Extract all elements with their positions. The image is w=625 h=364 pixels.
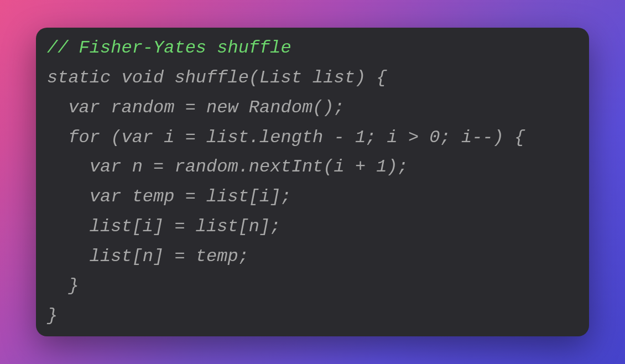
code-line: static void shuffle(List list) { xyxy=(47,63,578,93)
code-line: list[n] = temp; xyxy=(47,242,578,272)
code-line: } xyxy=(47,271,578,301)
code-line: var n = random.nextInt(i + 1); xyxy=(47,152,578,182)
code-line: for (var i = list.length - 1; i > 0; i--… xyxy=(47,123,578,153)
code-block: // Fisher-Yates shufflestatic void shuff… xyxy=(36,28,589,336)
code-line: var temp = list[i]; xyxy=(47,182,578,212)
code-line-comment: // Fisher-Yates shuffle xyxy=(47,33,578,63)
code-line: var random = new Random(); xyxy=(47,93,578,123)
code-line: list[i] = list[n]; xyxy=(47,212,578,242)
code-line: } xyxy=(47,301,578,331)
